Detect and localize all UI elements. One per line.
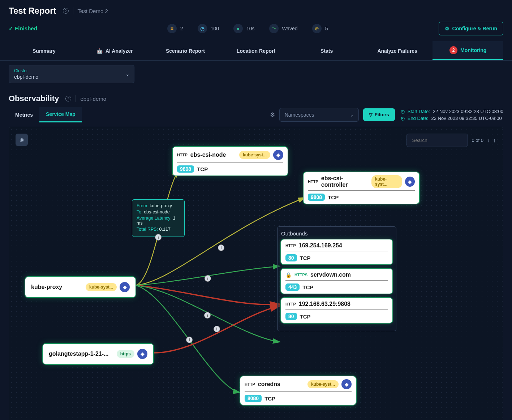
start-date-label: Start Date:	[408, 109, 430, 114]
lock-icon: 🔒	[285, 272, 292, 278]
edge-tooltip: From: kube-proxy To: ebs-csi-node Averag…	[132, 199, 185, 237]
tab-stats[interactable]: Stats	[291, 41, 362, 60]
service-node-kube-proxy[interactable]: kube-proxy kube-syst... ◆	[25, 277, 135, 297]
metric-duration: ● 10s	[233, 24, 255, 33]
namespace-tag: kube-syst...	[307, 380, 339, 388]
outbound-node-ip2[interactable]: HTTP192.168.63.29:9808 80TCP	[281, 298, 392, 323]
port-badge: 9808	[308, 194, 325, 201]
edge-info-icon[interactable]: i	[204, 312, 211, 319]
search-input[interactable]	[406, 134, 468, 147]
tab-summary[interactable]: Summary	[9, 41, 79, 60]
edge-info-icon[interactable]: i	[205, 275, 211, 282]
outbound-node-ip1[interactable]: HTTP169.254.169.254 80TCP	[281, 239, 392, 264]
edge-info-icon[interactable]: i	[186, 337, 193, 343]
search-next-icon[interactable]: ↓	[487, 138, 490, 143]
end-date-value: 22 Nov 2023 09:32:35 UTC-08:00	[431, 116, 502, 121]
port-badge: 80	[285, 254, 297, 261]
protocol-label: HTTP	[308, 179, 318, 184]
namespace-tag: kube-syst...	[86, 283, 117, 291]
status-finished: Finished	[9, 25, 37, 32]
subtab-service-map[interactable]: Service Map	[39, 107, 82, 122]
eye-icon: ◉	[20, 137, 24, 143]
service-icon: ◆	[405, 177, 415, 187]
tab-scenario-report[interactable]: Scenario Report	[150, 41, 221, 60]
page-title: Test Report	[9, 6, 56, 16]
tab-location-report[interactable]: Location Report	[221, 41, 292, 60]
chevron-down-icon: ⌄	[125, 71, 130, 77]
metric-locations: ⊕ 5	[312, 24, 328, 33]
outbound-node-servdown[interactable]: 🔒HTTPSservdown.com 443TCP	[281, 269, 392, 294]
divider	[73, 7, 73, 14]
sliders-icon: ⚙	[445, 26, 449, 31]
metric-mode: 〜 Waved	[269, 24, 298, 33]
edge-info-icon[interactable]: i	[218, 244, 224, 251]
metric-iterations: ◔ 100	[198, 24, 219, 33]
timer-icon: ◔	[198, 24, 207, 33]
robot-icon: 🤖	[96, 48, 103, 54]
metric-tests: ≡ 2	[167, 24, 183, 33]
https-tag: https	[117, 350, 134, 358]
service-icon: ◆	[120, 282, 130, 292]
clock-icon: ●	[233, 24, 243, 33]
page-subtitle: Test Demo 2	[78, 8, 108, 14]
service-node-ebs-csi-node[interactable]: HTTPebs-csi-node kube-syst... ◆ 9808 TCP	[173, 147, 288, 176]
port-badge: 443	[285, 283, 300, 291]
tab-ai-analyzer[interactable]: 🤖 AI Analyzer	[79, 41, 150, 60]
service-node-golang[interactable]: golangtestapp-1-21-... https ◆	[43, 344, 153, 364]
service-map-canvas[interactable]: ◉ 0 of 0 ↓ ↑ From: kube-proxy To: ebs-cs…	[9, 127, 503, 420]
observability-title: Observability	[9, 94, 59, 103]
service-icon: ◆	[137, 349, 147, 359]
service-node-coredns[interactable]: HTTPcoredns kube-syst... ◆ 8080 TCP	[240, 376, 356, 405]
wave-icon: 〜	[269, 24, 279, 33]
service-icon: ◆	[273, 150, 283, 160]
visibility-toggle-button[interactable]: ◉	[16, 134, 28, 146]
edge-info-icon[interactable]: i	[155, 234, 162, 241]
cluster-value: ebpf-demo	[14, 74, 129, 80]
chevron-down-icon: ⌄	[350, 112, 354, 118]
help-icon[interactable]: ?	[63, 8, 69, 14]
group-title: Outbounds	[281, 230, 392, 237]
protocol-label: HTTPS	[294, 273, 307, 277]
outbounds-group: Outbounds HTTP169.254.169.254 80TCP 🔒HTT…	[277, 226, 396, 331]
service-icon: ◆	[341, 379, 352, 389]
gear-icon[interactable]: ⚙	[270, 111, 275, 118]
globe-icon: ⊕	[312, 24, 322, 33]
tab-analyze-failures[interactable]: Analyze Failures	[362, 41, 433, 60]
divider	[76, 95, 76, 102]
protocol-label: HTTP	[285, 243, 296, 248]
namespaces-select[interactable]: Namespaces ⌄	[279, 108, 359, 122]
port-badge: 80	[285, 313, 297, 320]
cluster-label: Cluster	[14, 68, 129, 73]
clock-icon: ◴	[401, 109, 405, 114]
start-date-value: 22 Nov 2023 09:32:23 UTC-08:00	[433, 109, 503, 114]
edge-info-icon[interactable]: i	[214, 326, 220, 332]
namespace-tag: kube-syst...	[371, 175, 402, 188]
search-prev-icon[interactable]: ↑	[493, 138, 496, 143]
subtab-metrics[interactable]: Metrics	[9, 108, 39, 122]
port-badge: 8080	[245, 395, 262, 402]
filter-icon: ▽	[369, 112, 373, 117]
port-badge: 9808	[177, 165, 194, 173]
namespace-tag: kube-syst...	[239, 151, 270, 159]
protocol-label: HTTP	[245, 382, 255, 386]
tab-monitoring[interactable]: 2 Monitoring	[433, 41, 503, 60]
cluster-select[interactable]: Cluster ebpf-demo ⌄	[9, 65, 134, 83]
protocol-label: HTTP	[177, 153, 188, 157]
end-date-label: End Date:	[408, 116, 429, 121]
clock-icon: ◴	[401, 116, 405, 121]
protocol-label: HTTP	[285, 302, 296, 306]
configure-rerun-button[interactable]: ⚙ Configure & Rerun	[439, 22, 503, 35]
help-icon[interactable]: ?	[65, 96, 71, 101]
list-icon: ≡	[167, 24, 177, 33]
observability-subtitle: ebpf-demo	[80, 96, 106, 102]
search-count: 0 of 0	[472, 138, 483, 143]
filters-button[interactable]: ▽ Filters	[363, 108, 395, 121]
monitoring-badge: 2	[449, 46, 457, 54]
service-node-ebs-csi-controller[interactable]: HTTPebs-csi-controller kube-syst... ◆ 98…	[304, 172, 419, 204]
